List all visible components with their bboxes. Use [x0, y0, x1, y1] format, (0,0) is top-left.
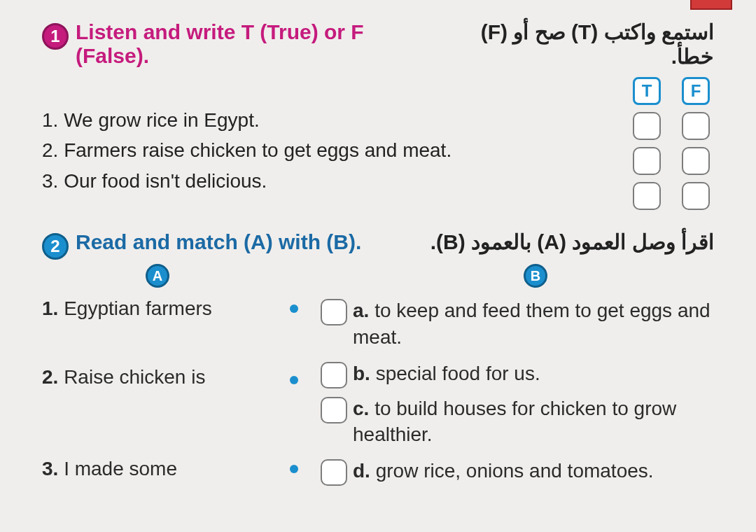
- match-answer-box-d[interactable]: [321, 459, 347, 486]
- statement-item: 1. We grow rice in Egypt.: [42, 105, 608, 135]
- statement-number: 1.: [42, 109, 58, 131]
- false-header: F: [682, 77, 710, 105]
- column-b-badge: B: [524, 264, 547, 288]
- item-text: grow rice, onions and tomatoes.: [376, 460, 654, 482]
- statement-number: 3.: [42, 170, 58, 192]
- exercise-2-heading: 2 Read and match (A) with (B). اقرأ وصل …: [42, 230, 714, 257]
- answer-box-2-true[interactable]: [633, 147, 661, 175]
- answer-box-1-true[interactable]: [633, 112, 661, 140]
- column-b-item: b. special food for us.: [353, 360, 714, 387]
- item-text: to keep and feed them to get eggs and me…: [353, 300, 710, 348]
- exercise-2: 2 Read and match (A) with (B). اقرأ وصل …: [42, 230, 714, 486]
- instruction-english: Read and match (A) with (B).: [76, 230, 361, 254]
- item-letter: d.: [353, 460, 370, 482]
- column-headers: A B: [42, 264, 714, 288]
- statement-text: Farmers raise chicken to get eggs and me…: [64, 139, 451, 161]
- true-false-grid: T F: [629, 76, 714, 211]
- instruction-arabic: استمع واكتب (T) صح أو (F) خطأ.: [440, 20, 714, 69]
- answer-box-1-false[interactable]: [682, 112, 710, 140]
- match-dot[interactable]: [290, 304, 298, 313]
- exercise-number-badge: 2: [42, 233, 69, 260]
- column-b-item: d. grow rice, onions and tomatoes.: [353, 458, 714, 484]
- match-row: 3. I made some d. grow rice, onions and …: [42, 458, 714, 486]
- page-corner-tab: [690, 0, 732, 10]
- statement-item: 2. Farmers raise chicken to get eggs and…: [42, 135, 608, 165]
- match-row: c. to build houses for chicken to grow h…: [42, 396, 714, 449]
- statement-text: Our food isn't delicious.: [64, 170, 267, 192]
- exercise-1-heading: 1 Listen and write T (True) or F (False)…: [42, 20, 714, 69]
- match-row: 1. Egyptian farmers a. to keep and feed …: [42, 298, 714, 351]
- statement-number: 2.: [42, 139, 58, 161]
- match-dot[interactable]: [290, 376, 298, 384]
- true-header: T: [633, 77, 661, 105]
- match-row: 2. Raise chicken is b. special food for …: [42, 360, 714, 388]
- item-number: 1.: [42, 298, 58, 319]
- column-b-item: c. to build houses for chicken to grow h…: [353, 396, 714, 449]
- item-number: 2.: [42, 366, 58, 388]
- instruction-english: Listen and write T (True) or F (False).: [76, 20, 433, 68]
- item-text: to build houses for chicken to grow heal…: [353, 398, 676, 446]
- item-text: I made some: [64, 458, 177, 479]
- statements-list: 1. We grow rice in Egypt. 2. Farmers rai…: [42, 76, 608, 211]
- instruction-arabic: اقرأ وصل العمود (A) بالعمود (B).: [430, 230, 714, 254]
- exercise-number-badge: 1: [42, 23, 69, 50]
- answer-box-2-false[interactable]: [682, 147, 710, 175]
- match-answer-box-b[interactable]: [321, 362, 347, 388]
- column-a-item: 1. Egyptian farmers: [42, 298, 273, 320]
- item-number: 3.: [42, 458, 58, 479]
- column-a-item: 2. Raise chicken is: [42, 366, 273, 388]
- item-letter: a.: [353, 300, 369, 321]
- item-letter: c.: [353, 398, 369, 419]
- answer-box-3-true[interactable]: [633, 182, 661, 210]
- item-text: special food for us.: [376, 363, 540, 384]
- match-answer-box-c[interactable]: [321, 397, 347, 424]
- statement-text: We grow rice in Egypt.: [64, 109, 260, 131]
- item-text: Raise chicken is: [64, 366, 205, 388]
- column-b-item: a. to keep and feed them to get eggs and…: [353, 298, 714, 351]
- match-answer-box-a[interactable]: [321, 299, 347, 326]
- exercise-1: 1 Listen and write T (True) or F (False)…: [42, 20, 714, 211]
- item-letter: b.: [353, 363, 370, 384]
- column-a-item: 3. I made some: [42, 458, 273, 480]
- item-text: Egyptian farmers: [64, 298, 212, 319]
- statement-item: 3. Our food isn't delicious.: [42, 166, 608, 196]
- match-dot[interactable]: [290, 465, 298, 473]
- column-a-badge: A: [146, 264, 169, 288]
- answer-box-3-false[interactable]: [682, 182, 710, 210]
